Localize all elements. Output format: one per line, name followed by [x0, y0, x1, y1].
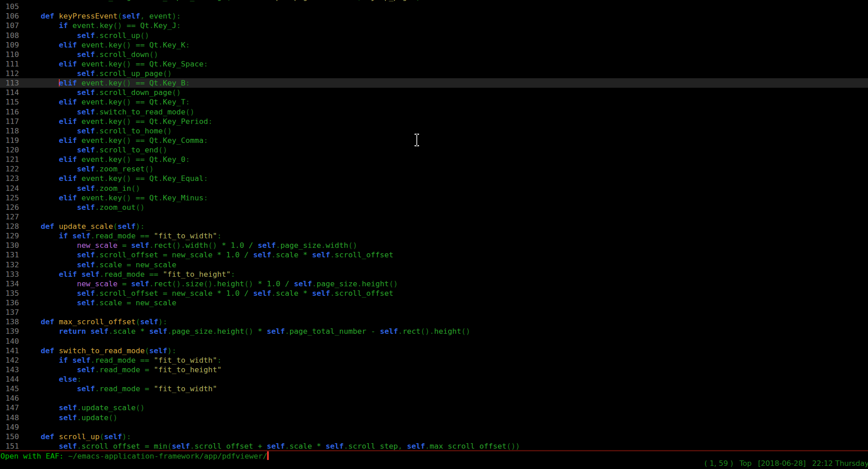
code-line[interactable]: 125 elif event.key() == Qt.Key_Minus: — [0, 193, 868, 203]
code-text: def keyPressEvent(self, event): — [19, 11, 181, 21]
line-number: 113 — [0, 78, 19, 88]
code-line[interactable]: 124 self.zoom_in() — [0, 184, 868, 193]
line-number: 140 — [0, 336, 19, 346]
code-line[interactable]: 149 — [0, 422, 868, 432]
code-text: new_scale = self.rect().width() * 1.0 / … — [19, 241, 357, 250]
code-line[interactable]: 119 elif event.key() == Qt.Key_Comma: — [0, 136, 868, 145]
code-line[interactable]: 122 self.zoom_reset() — [0, 164, 868, 174]
line-number: 141 — [0, 346, 19, 355]
code-line[interactable]: 114 self.scroll_down_page() — [0, 88, 868, 97]
code-line[interactable]: 115 elif event.key() == Qt.Key_T: — [0, 97, 868, 107]
line-number: 142 — [0, 355, 19, 365]
code-line[interactable]: 109 elif event.key() == Qt.Key_K: — [0, 40, 868, 50]
line-number: 106 — [0, 11, 19, 21]
code-line[interactable]: 134 new_scale = self.rect().size().heigh… — [0, 279, 868, 289]
line-number: 132 — [0, 260, 19, 270]
code-line[interactable]: 108 self.scroll_up() — [0, 31, 868, 40]
code-line[interactable]: 145 self.read_mode = "fit_to_width" — [0, 384, 868, 393]
line-number: 122 — [0, 164, 19, 174]
code-line[interactable]: 106 def keyPressEvent(self, event): — [0, 11, 868, 21]
line-number: 125 — [0, 193, 19, 203]
code-text: self.scroll_down() — [19, 50, 158, 59]
code-text: elif event.key() == Qt.Key_B: — [19, 78, 190, 88]
code-line[interactable]: 117 elif event.key() == Qt.Key_Period: — [0, 117, 868, 126]
code-text: elif self.read_mode == "fit_to_height": — [19, 270, 235, 279]
code-text: elif event.key() == Qt.Key_Comma: — [19, 136, 208, 145]
code-line[interactable]: 141 def switch_to_read_mode(self): — [0, 346, 868, 355]
line-number: 109 — [0, 40, 19, 50]
code-text: self.scroll_offset = new_scale * 1.0 / s… — [19, 250, 393, 260]
code-text: def update_scale(self): — [19, 222, 145, 231]
code-line[interactable]: 112 self.scroll_up_page() — [0, 69, 868, 78]
date: [2018-06-28] — [758, 459, 806, 468]
line-number: 118 — [0, 126, 19, 136]
code-line[interactable]: 148 self.update() — [0, 413, 868, 422]
code-line[interactable]: 143 self.read_mode = "fit_to_height" — [0, 365, 868, 374]
code-line[interactable]: 139 return self.scale * self.page_size.h… — [0, 327, 868, 336]
minibuffer-text-cursor — [267, 451, 269, 460]
code-line[interactable]: 121 elif event.key() == Qt.Key_0: — [0, 155, 868, 164]
code-line[interactable]: 111 elif event.key() == Qt.Key_Space: — [0, 59, 868, 69]
code-line[interactable]: 123 elif event.key() == Qt.Key_Equal: — [0, 174, 868, 183]
code-line[interactable]: 110 self.scroll_down() — [0, 50, 868, 59]
code-text: self.scroll_up() — [19, 31, 149, 40]
code-text: self.zoom_in() — [19, 184, 140, 193]
line-number: 114 — [0, 88, 19, 97]
code-line[interactable]: 129 if self.read_mode == "fit_to_width": — [0, 231, 868, 241]
code-line[interactable]: 133 elif self.read_mode == "fit_to_heigh… — [0, 270, 868, 279]
code-text: self.read_mode = "fit_to_height" — [19, 365, 222, 374]
line-number: 107 — [0, 21, 19, 30]
code-text: return self.scale * self.page_size.heigh… — [19, 327, 470, 336]
line-number: 108 — [0, 31, 19, 40]
code-text: elif event.key() == Qt.Key_Period: — [19, 117, 213, 126]
line-number: 130 — [0, 241, 19, 250]
code-text: def scroll_up(self): — [19, 432, 131, 441]
code-text: self.scroll_up_page() — [19, 69, 172, 78]
code-line[interactable]: 137 — [0, 308, 868, 317]
code-line[interactable]: 142 if self.read_mode == "fit_to_width": — [0, 355, 868, 365]
code-line[interactable]: 127 — [0, 212, 868, 222]
code-line[interactable]: 132 self.scale = new_scale — [0, 260, 868, 270]
code-text: else: — [19, 374, 81, 384]
code-line[interactable]: 113 elif event.key() == Qt.Key_B: — [0, 78, 868, 88]
code-line[interactable]: 116 self.switch_to_read_mode() — [0, 107, 868, 117]
line-number: 135 — [0, 289, 19, 298]
code-editor-buffer[interactable]: self.buffer_widget.send_input_message("P… — [0, 0, 868, 450]
line-number: 136 — [0, 298, 19, 308]
code-text: self.scroll_down_page() — [19, 88, 181, 97]
code-line[interactable]: 147 self.update_scale() — [0, 403, 868, 412]
code-line[interactable]: 151 self.scroll_offset = min(self.scroll… — [0, 441, 868, 450]
line-number: 115 — [0, 97, 19, 107]
line-number: 129 — [0, 231, 19, 241]
code-line[interactable]: 136 self.scale = new_scale — [0, 298, 868, 308]
code-text: self.read_mode = "fit_to_width" — [19, 384, 217, 393]
code-text: self.zoom_reset() — [19, 164, 154, 174]
code-text: if self.read_mode == "fit_to_width": — [19, 355, 222, 365]
code-line[interactable]: 126 self.zoom_out() — [0, 203, 868, 212]
code-text: self.buffer_widget.send_input_message("P… — [19, 0, 420, 2]
code-text: if event.key() == Qt.Key_J: — [19, 21, 181, 30]
code-line[interactable]: 128 def update_scale(self): — [0, 222, 868, 231]
line-number: 123 — [0, 174, 19, 183]
code-line[interactable]: 120 self.scroll_to_end() — [0, 145, 868, 155]
code-line[interactable]: 146 — [0, 393, 868, 403]
code-line[interactable]: 150 def scroll_up(self): — [0, 432, 868, 441]
line-number: 138 — [0, 317, 19, 327]
code-line[interactable]: 144 else: — [0, 374, 868, 384]
code-line[interactable]: 131 self.scroll_offset = new_scale * 1.0… — [0, 250, 868, 260]
code-text: new_scale = self.rect().size().height() … — [19, 279, 398, 289]
code-text: self.scroll_offset = min(self.scroll_off… — [19, 441, 520, 450]
cursor-position: ( 1, 59 ) — [705, 459, 733, 468]
code-line[interactable]: 130 new_scale = self.rect().width() * 1.… — [0, 241, 868, 250]
code-line[interactable]: 105 — [0, 2, 868, 11]
code-line[interactable]: 138 def max_scroll_offset(self): — [0, 317, 868, 327]
line-number: 111 — [0, 59, 19, 69]
code-line[interactable]: 140 — [0, 336, 868, 346]
line-number: 121 — [0, 155, 19, 164]
code-line[interactable]: 107 if event.key() == Qt.Key_J: — [0, 21, 868, 30]
code-line[interactable]: 135 self.scroll_offset = new_scale * 1.0… — [0, 289, 868, 298]
code-line[interactable]: 118 self.scroll_to_home() — [0, 126, 868, 136]
code-text: self.scroll_to_home() — [19, 126, 172, 136]
line-number: 131 — [0, 250, 19, 260]
code-text: self.switch_to_read_mode() — [19, 107, 195, 117]
